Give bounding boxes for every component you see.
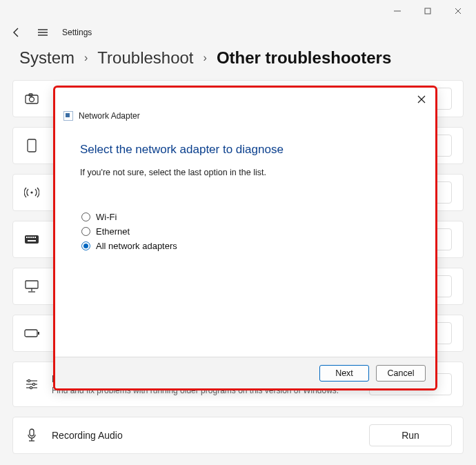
run-button[interactable]: Run <box>369 424 452 446</box>
close-icon[interactable] <box>415 92 428 106</box>
radio-icon <box>81 227 90 236</box>
window-titlebar <box>0 0 476 22</box>
display-icon <box>24 280 39 293</box>
svg-point-8 <box>30 97 34 102</box>
svg-rect-17 <box>34 237 36 238</box>
svg-rect-13 <box>26 237 28 238</box>
breadcrumb: System › Troubleshoot › Other troublesho… <box>0 43 476 80</box>
back-button[interactable] <box>10 26 23 39</box>
cancel-button[interactable]: Cancel <box>376 365 426 382</box>
svg-rect-16 <box>32 237 34 238</box>
next-button[interactable]: Next <box>319 365 369 382</box>
svg-point-11 <box>30 191 32 193</box>
radio-group: Wi-Fi Ethernet All network adapters <box>80 212 415 251</box>
radio-label: Ethernet <box>96 226 130 237</box>
radio-wifi[interactable]: Wi-Fi <box>81 212 415 222</box>
dialog-title: Network Adapter <box>79 111 140 121</box>
dialog-heading: Select the network adapter to diagnose <box>80 143 415 157</box>
svg-rect-12 <box>25 235 39 244</box>
svg-rect-23 <box>38 332 39 335</box>
chevron-right-icon: › <box>84 52 88 64</box>
svg-rect-10 <box>28 139 36 152</box>
radio-icon <box>81 212 90 221</box>
svg-rect-22 <box>25 330 37 337</box>
svg-rect-19 <box>26 281 38 288</box>
svg-rect-30 <box>30 429 34 436</box>
dialog-footer: Next Cancel <box>55 357 435 388</box>
radio-ethernet[interactable]: Ethernet <box>81 226 415 237</box>
row-label: Recording Audio <box>52 430 357 441</box>
dialog-title-row: Network Adapter <box>55 111 435 123</box>
settings-sliders-icon <box>24 379 39 390</box>
svg-rect-7 <box>26 95 38 103</box>
svg-point-25 <box>28 379 30 382</box>
network-adapter-dialog: Network Adapter Select the network adapt… <box>53 86 437 390</box>
svg-point-27 <box>32 383 34 385</box>
close-window-button[interactable] <box>443 1 473 21</box>
app-header: Settings <box>0 22 476 43</box>
battery-icon <box>24 329 39 337</box>
camera-icon <box>24 93 39 104</box>
svg-rect-1 <box>425 8 430 14</box>
svg-rect-18 <box>28 240 36 241</box>
breadcrumb-troubleshoot[interactable]: Troubleshoot <box>97 48 193 68</box>
radio-label: Wi-Fi <box>96 212 117 222</box>
radio-label: All network adapters <box>96 241 177 251</box>
minimize-button[interactable] <box>382 1 413 21</box>
troubleshooter-icon <box>63 111 73 121</box>
svg-rect-15 <box>30 237 32 238</box>
svg-rect-14 <box>28 237 30 238</box>
menu-button[interactable] <box>36 26 50 39</box>
app-label: Settings <box>62 28 92 37</box>
breadcrumb-current: Other troubleshooters <box>217 48 391 68</box>
maximize-button[interactable] <box>413 1 443 21</box>
chevron-right-icon: › <box>204 52 207 64</box>
microphone-icon <box>24 428 39 442</box>
radio-all-adapters[interactable]: All network adapters <box>81 241 415 251</box>
antenna-icon <box>24 186 39 199</box>
breadcrumb-system[interactable]: System <box>19 48 75 68</box>
keyboard-icon <box>24 235 39 244</box>
radio-icon <box>81 241 90 250</box>
dialog-subtext: If you're not sure, select the last opti… <box>80 168 415 177</box>
svg-point-29 <box>30 386 32 388</box>
list-item[interactable]: Recording Audio Run <box>12 417 464 454</box>
phone-icon <box>24 139 39 152</box>
